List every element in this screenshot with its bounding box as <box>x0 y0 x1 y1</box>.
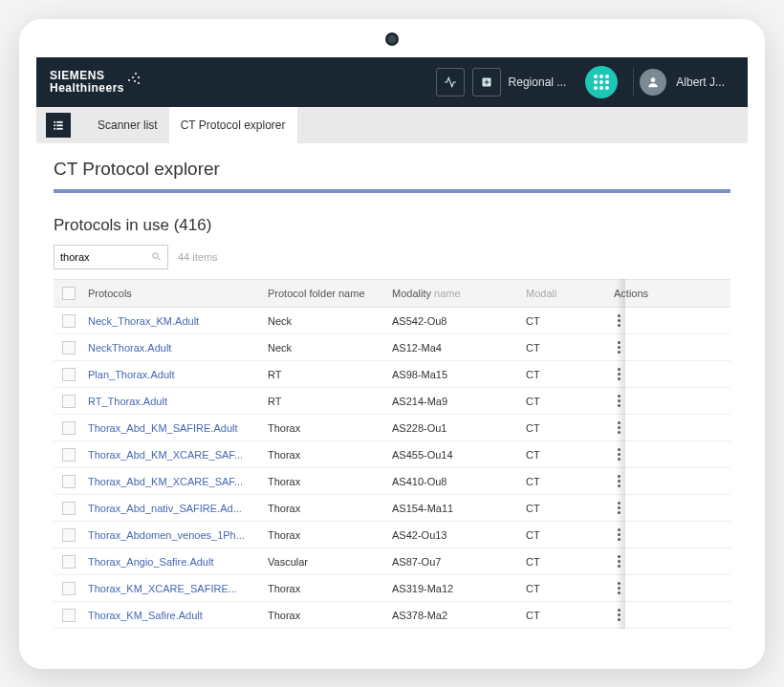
more-icon[interactable] <box>614 341 623 354</box>
row-actions[interactable] <box>595 421 730 434</box>
tablet-camera <box>385 32 399 46</box>
table-row: RT_Thorax.AdultRTAS214-Ma9CT <box>54 388 730 415</box>
user-name[interactable]: Albert J... <box>676 75 725 89</box>
svg-point-8 <box>153 252 159 258</box>
row-actions[interactable] <box>595 368 730 380</box>
row-checkbox[interactable] <box>54 448 84 462</box>
search-icon[interactable] <box>151 251 162 264</box>
table-row: Thorax_Abd_KM_XCARE_SAF...ThoraxAS455-Ou… <box>54 441 730 468</box>
cell-folder: Thorax <box>268 583 392 594</box>
row-checkbox[interactable] <box>54 528 84 542</box>
list-icon[interactable] <box>46 113 71 138</box>
more-icon[interactable] <box>614 368 623 380</box>
row-checkbox[interactable] <box>54 609 84 622</box>
protocol-link[interactable]: Thorax_KM_Safire.Adult <box>88 610 260 621</box>
cell-modality: CT <box>526 449 595 461</box>
avatar[interactable] <box>640 69 666 96</box>
more-icon[interactable] <box>614 475 623 487</box>
col-modality-name[interactable]: Modality name <box>392 288 526 299</box>
header-divider <box>633 68 634 97</box>
col-modality[interactable]: Modali <box>526 288 595 299</box>
table-row: Thorax_Abd_nativ_SAFIRE.Ad...ThoraxAS154… <box>54 495 730 522</box>
row-checkbox[interactable] <box>54 582 84 595</box>
header-checkbox[interactable] <box>54 287 84 300</box>
table-row: Thorax_Angio_Safire.AdultVascularAS87-Ou… <box>54 548 730 575</box>
row-actions[interactable] <box>595 555 730 568</box>
cell-modality: CT <box>526 556 595 568</box>
cell-modality: CT <box>526 476 595 487</box>
table-row: Thorax_Abdomen_venoes_1Ph...ThoraxAS42-O… <box>54 522 730 548</box>
cell-modality-name: AS410-Ou8 <box>392 476 526 487</box>
more-icon[interactable] <box>614 448 623 461</box>
search-box[interactable] <box>54 245 168 269</box>
cell-modality-name: AS42-Ou13 <box>392 529 526 541</box>
col-folder[interactable]: Protocol folder name <box>268 288 392 299</box>
protocols-section: Protocols in use (416) 44 items Protocol… <box>36 203 748 629</box>
row-checkbox[interactable] <box>54 314 84 328</box>
row-actions[interactable] <box>595 314 730 327</box>
row-checkbox[interactable] <box>54 341 84 354</box>
regional-label[interactable]: Regional ... <box>509 75 567 89</box>
cell-folder: RT <box>268 369 392 380</box>
row-actions[interactable] <box>595 528 730 541</box>
svg-rect-3 <box>56 121 62 123</box>
activity-icon[interactable] <box>436 68 465 97</box>
more-icon[interactable] <box>614 582 623 594</box>
row-actions[interactable] <box>595 582 730 594</box>
more-icon[interactable] <box>614 502 623 514</box>
cell-folder: Thorax <box>268 610 392 621</box>
row-actions[interactable] <box>595 395 730 407</box>
protocols-table: Protocols Protocol folder name Modality … <box>54 279 730 629</box>
protocol-link[interactable]: Thorax_Abd_KM_XCARE_SAF... <box>88 449 260 461</box>
table-row: Neck_Thorax_KM.AdultNeckAS542-Ou8CT <box>54 308 730 334</box>
tab-protocol-explorer[interactable]: CT Protocol explorer <box>169 107 297 143</box>
cell-modality: CT <box>526 610 595 621</box>
protocol-link[interactable]: RT_Thorax.Adult <box>88 396 260 407</box>
search-input[interactable] <box>60 251 137 263</box>
protocol-link[interactable]: Thorax_KM_XCARE_SAFIRE... <box>88 583 260 594</box>
cell-modality-name: AS87-Ou7 <box>392 556 526 568</box>
protocol-link[interactable]: Thorax_Abd_KM_SAFIRE.Adult <box>88 422 260 434</box>
protocol-link[interactable]: NeckThorax.Adult <box>88 342 260 354</box>
hospital-icon[interactable] <box>472 68 501 97</box>
svg-line-9 <box>158 257 161 260</box>
cell-modality: CT <box>526 422 595 434</box>
section-heading-prefix: Protocols in use <box>54 216 174 234</box>
row-checkbox[interactable] <box>54 502 84 515</box>
row-checkbox[interactable] <box>54 368 84 381</box>
protocol-link[interactable]: Thorax_Angio_Safire.Adult <box>88 556 260 568</box>
row-actions[interactable] <box>595 341 730 354</box>
cell-folder: Thorax <box>268 503 392 514</box>
row-checkbox[interactable] <box>54 421 84 435</box>
cell-modality-name: AS154-Ma11 <box>392 503 526 514</box>
row-actions[interactable] <box>595 609 730 621</box>
cell-modality-name: AS228-Ou1 <box>392 422 526 434</box>
row-checkbox[interactable] <box>54 395 84 408</box>
more-icon[interactable] <box>614 609 623 621</box>
more-icon[interactable] <box>614 528 623 541</box>
protocol-link[interactable]: Neck_Thorax_KM.Adult <box>88 315 260 327</box>
tablet-frame: SIEMENS Healthineers Regional ... <box>19 19 765 669</box>
table-row: Thorax_Abd_KM_XCARE_SAF...ThoraxAS410-Ou… <box>54 468 730 495</box>
protocol-link[interactable]: Plan_Thorax.Adult <box>88 369 260 380</box>
protocol-link[interactable]: Thorax_Abd_KM_XCARE_SAF... <box>88 476 260 487</box>
row-actions[interactable] <box>595 475 730 487</box>
cell-folder: Vascular <box>268 556 392 568</box>
row-checkbox[interactable] <box>54 475 84 488</box>
row-actions[interactable] <box>595 502 730 514</box>
more-icon[interactable] <box>614 421 623 434</box>
table-row: NeckThorax.AdultNeckAS12-Ma4CT <box>54 334 730 361</box>
tab-scanner-list[interactable]: Scanner list <box>86 107 169 143</box>
cell-folder: Thorax <box>268 529 392 541</box>
cell-modality-name: AS12-Ma4 <box>392 342 526 354</box>
more-icon[interactable] <box>614 555 623 568</box>
col-protocols[interactable]: Protocols <box>84 288 268 299</box>
protocol-link[interactable]: Thorax_Abd_nativ_SAFIRE.Ad... <box>88 503 260 514</box>
row-checkbox[interactable] <box>54 555 84 569</box>
row-actions[interactable] <box>595 448 730 461</box>
apps-button[interactable] <box>585 66 618 98</box>
protocol-link[interactable]: Thorax_Abdomen_venoes_1Ph... <box>88 529 260 541</box>
more-icon[interactable] <box>614 395 623 407</box>
cell-modality: CT <box>526 369 595 380</box>
more-icon[interactable] <box>614 314 623 327</box>
